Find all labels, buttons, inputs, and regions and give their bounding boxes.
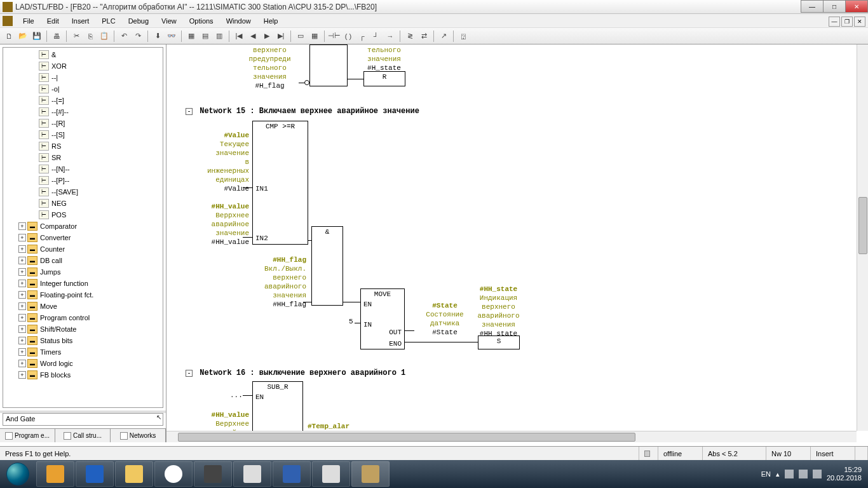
scrollbar-thumb[interactable] [178, 433, 635, 442]
branch-close-icon[interactable]: ┘ [370, 30, 383, 43]
tree-folder: +▬Timers [4, 346, 161, 358]
new-icon[interactable]: 🗋 [3, 30, 15, 43]
expand-icon[interactable]: + [18, 280, 26, 287]
goto-icon[interactable]: ↗ [437, 30, 450, 43]
network-header[interactable]: - Network 16 : выключение верхнего авари… [186, 369, 405, 377]
expand-icon[interactable]: + [18, 268, 26, 276]
nav-next-icon[interactable]: ▶ [261, 30, 273, 43]
menu-edit[interactable]: Edit [41, 16, 65, 26]
fbd-editor[interactable]: верхнего предупреди тельного значения #H… [166, 44, 868, 442]
print-icon[interactable]: 🖶 [50, 30, 63, 43]
menu-file[interactable]: File [17, 16, 41, 26]
catalog-icon[interactable]: ▦ [185, 30, 198, 43]
taskbar-app[interactable] [233, 461, 271, 487]
nav-first-icon[interactable]: |◀ [233, 30, 245, 43]
fbd-r-block[interactable]: R [363, 71, 405, 86]
minimize-button[interactable]: — [801, 0, 824, 13]
paste-icon[interactable]: 📋 [98, 30, 111, 43]
menu-options[interactable]: Options [183, 16, 220, 26]
connector-icon[interactable]: → [384, 30, 397, 43]
horizontal-scrollbar[interactable] [166, 431, 857, 442]
tab-program-elements[interactable]: Program e... [0, 429, 55, 442]
taskbar-app[interactable] [273, 461, 311, 487]
network-icon[interactable]: ▦ [308, 30, 321, 43]
save-icon[interactable]: 💾 [31, 30, 43, 43]
help-pointer-icon[interactable]: ⍰ [457, 30, 470, 43]
pin-icon[interactable]: ↖ [156, 414, 161, 421]
network-tray-icon[interactable] [799, 470, 808, 478]
maximize-button[interactable]: □ [823, 0, 846, 13]
menu-window[interactable]: Window [220, 16, 257, 26]
vertical-scrollbar[interactable] [857, 44, 868, 431]
expand-icon[interactable]: + [18, 257, 26, 264]
expand-icon[interactable]: + [18, 302, 26, 310]
expand-icon[interactable]: + [18, 222, 26, 230]
taskbar-app-active[interactable] [351, 461, 390, 487]
expand-icon[interactable]: + [18, 234, 26, 241]
scrollbar-thumb[interactable] [858, 197, 867, 254]
tree-item: ⊢--| [4, 72, 161, 83]
expand-icon[interactable]: + [18, 325, 26, 333]
cut-icon[interactable]: ✂ [70, 30, 83, 43]
mdi-restore-button[interactable]: ❐ [841, 17, 853, 27]
mdi-close-button[interactable]: ✕ [854, 17, 865, 27]
taskbar-app[interactable] [36, 461, 74, 487]
collapse-icon[interactable]: - [186, 370, 193, 377]
branch-open-icon[interactable]: ┌ [356, 30, 369, 43]
tab-call-structure[interactable]: Call stru... [55, 429, 111, 442]
download-icon[interactable]: ⬇ [151, 30, 164, 43]
taskbar-app[interactable] [115, 461, 153, 487]
nav-prev-icon[interactable]: ◀ [247, 30, 259, 43]
detail-icon[interactable]: ▤ [199, 30, 212, 43]
fbd-cmp-block[interactable]: CMP >=R IN1 IN2 [252, 121, 308, 245]
undo-icon[interactable]: ↶ [118, 30, 130, 43]
start-button[interactable] [0, 460, 36, 488]
menu-debug[interactable]: Debug [122, 16, 155, 26]
instruction-tree[interactable]: ⊢& ⊢XOR ⊢--| ⊢-o| ⊢--[=] ⊢--[#]-- ⊢--[R]… [3, 47, 163, 408]
clock[interactable]: 15:29 20.02.2018 [827, 466, 862, 482]
coil-icon[interactable]: ( ) [342, 30, 355, 43]
menu-view[interactable]: View [155, 16, 183, 26]
fbd-sub-block[interactable]: SUB_R EN [252, 381, 303, 432]
close-button[interactable]: ✕ [845, 0, 868, 13]
expand-icon[interactable]: + [18, 371, 26, 379]
expand-icon[interactable]: + [18, 337, 26, 344]
signal-comment: тельного значения #H_state [357, 46, 411, 72]
collapse-icon[interactable]: - [186, 108, 193, 115]
contact-icon[interactable]: ⊣⊢ [328, 30, 341, 43]
language-indicator[interactable]: EN [761, 470, 771, 478]
expand-icon[interactable]: + [18, 360, 26, 367]
fbd-move-block[interactable]: MOVE EN IN OUT ENO [360, 288, 405, 349]
tree-item: ⊢RS [4, 140, 161, 152]
tree-item: ⊢--[P]-- [4, 175, 161, 186]
open-icon[interactable]: 📂 [17, 30, 29, 43]
taskbar-app[interactable] [154, 461, 193, 487]
fbd-s-block[interactable]: S [478, 336, 520, 349]
block-icon[interactable]: ▭ [294, 30, 307, 43]
monitor-icon[interactable]: 👓 [165, 30, 178, 43]
nav-last-icon[interactable]: ▶| [275, 30, 287, 43]
taskbar-app[interactable] [194, 461, 232, 487]
compare-icon[interactable]: ≷ [403, 30, 416, 43]
taskbar-app[interactable] [76, 461, 114, 487]
expand-icon[interactable]: + [18, 314, 26, 322]
copy-icon[interactable]: ⎘ [84, 30, 97, 43]
fbd-and-block[interactable]: & [311, 226, 343, 306]
expand-icon[interactable]: + [18, 348, 26, 356]
mdi-minimize-button[interactable]: — [829, 17, 840, 27]
tab-networks[interactable]: Networks [111, 429, 166, 442]
network-header[interactable]: - Network 15 : Включаем верхнее аварийно… [186, 107, 419, 116]
menu-insert[interactable]: Insert [65, 16, 96, 26]
overview-icon[interactable]: ▥ [213, 30, 226, 43]
menu-help[interactable]: Help [257, 16, 285, 26]
menu-plc[interactable]: PLC [95, 16, 121, 26]
redo-icon[interactable]: ↷ [132, 30, 144, 43]
expand-icon[interactable]: + [18, 245, 26, 253]
taskbar-app[interactable] [312, 461, 350, 487]
convert-icon[interactable]: ⇄ [417, 30, 430, 43]
volume-icon[interactable] [813, 470, 822, 478]
tray-chevron-icon[interactable]: ▴ [776, 470, 780, 478]
expand-icon[interactable]: + [18, 291, 26, 299]
fbd-block[interactable] [309, 44, 348, 86]
flag-icon[interactable] [785, 470, 794, 478]
